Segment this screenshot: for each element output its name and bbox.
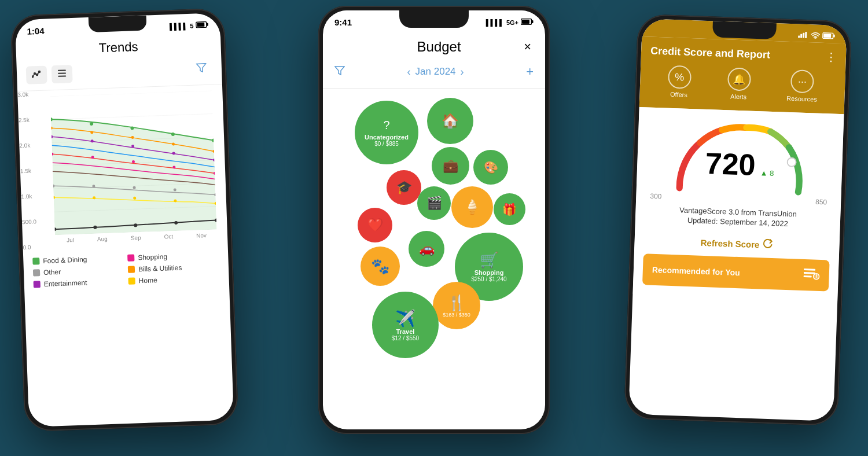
bubble-entertainment-icon: 🎬 [426,196,442,211]
credit-menu-button[interactable]: ⋮ [825,50,837,64]
legend-label-bills: Bills & Utilities [138,264,182,274]
recommended-icon [802,266,820,284]
bubble-gift[interactable]: 🎁 [494,193,525,225]
refresh-label: Refresh Score [700,238,759,250]
legend-dot-shopping [127,254,134,261]
status-bar-center: 9:41 ▌▌▌▌ 5G+ [323,10,545,30]
svg-rect-55 [532,20,534,23]
recommended-bar[interactable]: Recommended for You [642,253,830,291]
trends-line-btn[interactable] [26,65,47,84]
credit-icon-resources[interactable]: ··· Resources [786,69,818,103]
gauge-score: 720 ▲ 8 [705,148,775,181]
bubble-uncategorized[interactable]: ? Uncategorized $0 / $885 [355,101,418,164]
svg-point-4 [34,72,36,74]
y-label-2: 2.0k [19,142,41,149]
y-label-6: 0.0 [23,244,45,251]
legend-label-other: Other [43,268,61,277]
refresh-score-button[interactable]: Refresh Score [693,234,781,253]
credit-header: Credit Score and Report ⋮ % Offers 🔔 Ale… [639,36,847,114]
bubble-health[interactable]: ❤️ [358,208,392,242]
svg-rect-2 [207,23,208,25]
svg-rect-68 [804,275,812,277]
y-label-5: 500.0 [22,218,44,225]
svg-rect-58 [800,34,802,38]
budget-title: Budget [354,39,524,55]
refresh-icon [763,239,774,252]
bubble-health-icon: ❤️ [367,218,383,233]
next-month-button[interactable]: › [461,66,464,78]
bubble-shopping-icon: 🛒 [480,251,498,269]
budget-nav: ‹ Jan 2024 › + [323,64,545,89]
bubble-pets[interactable]: 🐾 [361,247,400,286]
bubble-food-icon: 🍦 [464,199,481,215]
bubble-education-icon: 🎓 [396,180,412,195]
bubble-dining[interactable]: 🍴 $163 / $350 [433,282,480,329]
signal-center: ▌▌▌▌ [486,19,504,26]
status-icons-center: ▌▌▌▌ 5G+ [486,19,534,27]
bubble-travel-label: Travel [396,328,415,335]
x-label-aug: Aug [97,236,108,242]
chart-y-labels: 3.0k 2.5k 2.0k 1.5k 1.0k 500.0 0.0 [17,91,45,251]
svg-rect-64 [833,34,835,37]
svg-point-3 [32,75,34,77]
credit-icon-alerts[interactable]: 🔔 Alerts [727,67,751,100]
network-left: 5 [190,22,194,29]
budget-close-button[interactable]: × [524,39,531,54]
y-label-1: 2.5k [19,116,41,123]
prev-month-button[interactable]: ‹ [407,66,411,78]
status-icons-left: ▌▌▌▌ 5 [170,21,209,30]
credit-icons: % Offers 🔔 Alerts ··· Resources [649,58,836,106]
bubble-shopping-amount: $250 / $1,240 [471,276,506,282]
bubble-travel-icon: ✈️ [395,309,415,328]
trends-list-btn[interactable] [52,64,73,83]
bubble-gift-icon: 🎁 [502,203,517,216]
x-label-oct: Oct [164,233,173,240]
bubble-travel[interactable]: ✈️ Travel $12 / $550 [372,292,439,358]
credit-icon-offers[interactable]: % Offers [667,65,692,98]
bubble-dining-icon: 🍴 [447,294,466,312]
legend-dot-entertainment [34,281,41,288]
y-label-3: 1.5k [20,167,42,174]
budget-filter-icon[interactable] [334,65,345,79]
recommended-label: Recommended for You [652,265,740,277]
svg-rect-66 [804,269,815,271]
legend-other: Other [33,266,124,277]
legend-dot-food [32,258,39,264]
offers-label: Offers [670,91,687,98]
bubble-transport[interactable]: 🚗 [409,231,444,267]
legend-home: Home [128,274,219,285]
alerts-label: Alerts [730,93,747,100]
svg-marker-56 [335,67,344,75]
notch-center [399,10,469,28]
battery-right [822,32,835,41]
svg-rect-67 [804,272,815,274]
alerts-circle: 🔔 [727,67,751,91]
score-value: 720 [705,146,756,182]
bubble-art[interactable]: 🎨 [473,150,508,185]
svg-line-11 [50,91,212,97]
bubble-work[interactable]: 💼 [432,147,469,185]
bubble-food[interactable]: 🍦 [451,186,493,228]
bubble-entertainment[interactable]: 🎬 [417,186,451,220]
add-budget-button[interactable]: + [526,64,534,79]
bubble-uncategorized-icon: ? [383,119,389,132]
bubble-transport-icon: 🚗 [419,241,435,256]
score-change: ▲ 8 [760,168,774,178]
svg-rect-8 [58,72,66,73]
trends-chart: 3.0k 2.5k 2.0k 1.5k 1.0k 500.0 0.0 [17,84,227,251]
gauge-min: 300 [650,192,662,201]
legend-label-shopping: Shopping [138,252,167,262]
svg-rect-59 [803,33,804,38]
bubble-uncategorized-amount: $0 / $885 [374,141,399,147]
bubble-education[interactable]: 🎓 [387,170,421,205]
budget-bubbles: ? Uncategorized $0 / $885 🏠 💼 🎨 🎓 [323,89,545,367]
svg-point-6 [38,71,40,72]
trends-filter-btn[interactable] [190,59,212,79]
svg-rect-9 [58,75,66,76]
resources-label: Resources [786,95,817,103]
bubble-home[interactable]: 🏠 [427,98,473,144]
gauge-max: 850 [815,198,827,207]
y-label-0: 3.0k [17,91,39,98]
legend-label-entertainment: Entertainment [44,278,87,288]
legend-shopping: Shopping [127,251,219,262]
